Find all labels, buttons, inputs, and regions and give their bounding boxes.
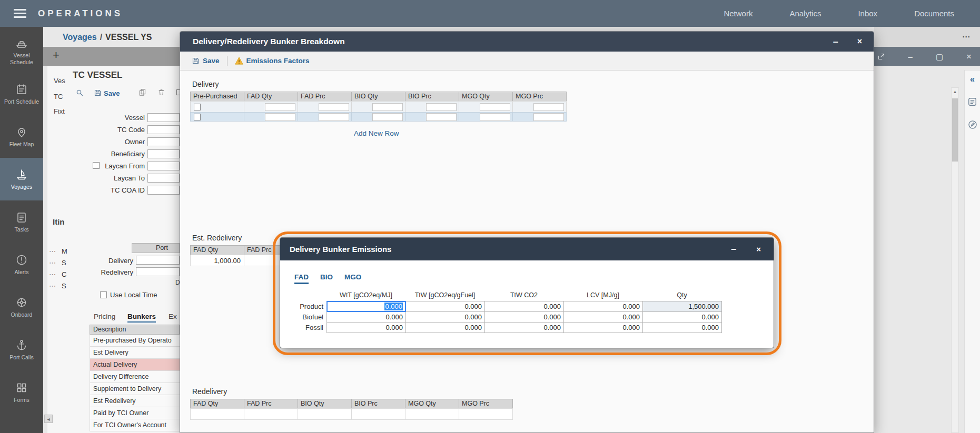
- mgo-prc-input[interactable]: [533, 113, 564, 121]
- column-header[interactable]: BIO Qty: [298, 399, 352, 409]
- row-checkbox[interactable]: [194, 104, 201, 110]
- sidebar-item-partial[interactable]: [0, 421, 43, 433]
- column-header[interactable]: FAD Prc: [244, 399, 298, 409]
- edit-pencil-icon[interactable]: [967, 119, 978, 130]
- lcv-input[interactable]: 0.000: [563, 311, 643, 323]
- itinerary-row[interactable]: ⋯M: [49, 246, 67, 257]
- nav-analytics[interactable]: Analytics: [771, 9, 839, 18]
- grid-row-for-tci-owners-account[interactable]: For TCI Owner's Account: [90, 419, 180, 431]
- sidebar-item-alerts[interactable]: Alerts: [0, 243, 43, 286]
- maximize-icon[interactable]: ▢: [936, 53, 943, 61]
- itinerary-row[interactable]: ⋯C: [49, 269, 66, 280]
- column-header[interactable]: MGO Qty: [405, 399, 459, 409]
- vertical-scrollbar[interactable]: ▲: [951, 87, 959, 433]
- scrollbar-up-arrow[interactable]: ▲: [952, 88, 958, 96]
- redelivery-cell[interactable]: [190, 408, 244, 420]
- ttw-co2-input[interactable]: 0.000: [484, 322, 564, 333]
- emissions-factors-button[interactable]: Emissions Factors: [235, 57, 310, 65]
- row-handle-icon[interactable]: ⋯: [49, 259, 56, 267]
- redelivery-cell[interactable]: [244, 408, 298, 420]
- redelivery-cell[interactable]: [298, 408, 352, 420]
- ttw-fuel-input[interactable]: 0.000: [405, 301, 485, 312]
- grid-row-delivery-difference[interactable]: Delivery Difference: [90, 371, 180, 383]
- itinerary-row[interactable]: ⋯S: [49, 258, 66, 268]
- owner-input[interactable]: [147, 137, 180, 146]
- column-header[interactable]: FAD Qty: [190, 399, 244, 409]
- column-header[interactable]: MGO Prc: [459, 399, 513, 409]
- close-icon[interactable]: ×: [857, 37, 862, 46]
- trash-icon[interactable]: [157, 88, 165, 96]
- mgo-qty-input[interactable]: [480, 103, 510, 111]
- delivery-table-row[interactable]: [190, 101, 567, 113]
- ttw-co2-input[interactable]: 0.000: [484, 301, 564, 312]
- tc-code-input[interactable]: [147, 125, 180, 134]
- tc-coa-id-input[interactable]: [147, 186, 180, 195]
- lcv-input[interactable]: 0.000: [563, 322, 643, 333]
- fad-qty-input[interactable]: [265, 113, 295, 121]
- grid-row-pre-purchased[interactable]: Pre-purchased By Operato: [90, 335, 180, 347]
- grid-row-actual-delivery[interactable]: Actual Delivery: [90, 359, 180, 371]
- sidebar-item-vessel-schedule[interactable]: Vessel Schedule: [0, 30, 43, 73]
- laycan-from-input[interactable]: [147, 162, 180, 170]
- column-header[interactable]: MGO Qty: [459, 92, 513, 102]
- tab-bio[interactable]: BIO: [320, 273, 333, 284]
- lcv-input[interactable]: 0.000: [563, 301, 643, 312]
- scrollbar-thumb[interactable]: [952, 98, 958, 162]
- dialog-titlebar[interactable]: Delivery Bunker Emissions – ×: [280, 238, 774, 260]
- column-header[interactable]: FAD Qty: [244, 92, 298, 102]
- add-tab-button[interactable]: +: [53, 48, 60, 62]
- add-new-row-link[interactable]: Add New Row: [354, 129, 399, 137]
- save-button[interactable]: Save: [192, 57, 220, 65]
- redelivery-port-input[interactable]: [136, 267, 180, 276]
- tab-exposure[interactable]: Ex: [169, 313, 177, 320]
- save-icon[interactable]: [94, 89, 102, 97]
- hamburger-menu-icon[interactable]: [14, 9, 26, 18]
- breadcrumb-voyages-link[interactable]: Voyages: [63, 33, 97, 42]
- tab-fad[interactable]: FAD: [294, 273, 309, 284]
- tab-bunkers[interactable]: Bunkers: [127, 313, 156, 323]
- row-handle-icon[interactable]: ⋯: [49, 282, 56, 290]
- fad-prc-input[interactable]: [319, 113, 349, 121]
- redelivery-cell[interactable]: [405, 408, 459, 420]
- wtt-input[interactable]: 0.000: [326, 322, 406, 333]
- wtt-input-focused[interactable]: 0.000: [326, 301, 406, 312]
- est-redelivery-fad-qty-cell[interactable]: 1,000.00: [190, 255, 244, 266]
- collapse-panel-icon[interactable]: «: [970, 75, 975, 84]
- grid-row-est-redelivery[interactable]: Est Redelivery: [90, 395, 180, 407]
- column-header[interactable]: BIO Qty: [351, 92, 405, 102]
- bio-qty-input[interactable]: [372, 103, 403, 111]
- laycan-to-input[interactable]: [147, 174, 180, 183]
- tab-pricing[interactable]: Pricing: [94, 313, 115, 320]
- minimize-icon[interactable]: –: [731, 244, 736, 255]
- mgo-prc-input[interactable]: [533, 103, 564, 111]
- search-icon[interactable]: [75, 88, 84, 97]
- close-icon[interactable]: ×: [756, 245, 761, 254]
- use-local-time-checkbox[interactable]: [100, 291, 107, 298]
- modal-titlebar[interactable]: Delivery/Redelivery Bunker Breakdown – ×: [180, 32, 874, 52]
- nav-network[interactable]: Network: [705, 9, 771, 18]
- column-header[interactable]: FAD Qty: [190, 245, 244, 255]
- sidebar-item-onboard[interactable]: Onboard: [0, 286, 43, 328]
- vessel-input[interactable]: [147, 113, 180, 122]
- redelivery-row[interactable]: [190, 408, 513, 420]
- beneficiary-input[interactable]: [147, 149, 180, 158]
- more-tool-icon[interactable]: [175, 88, 180, 96]
- minimize-icon[interactable]: –: [908, 53, 913, 61]
- delivery-port-input[interactable]: [136, 256, 180, 265]
- sidebar-item-tasks[interactable]: Tasks: [0, 200, 43, 243]
- popout-icon[interactable]: [877, 53, 885, 61]
- column-header[interactable]: Pre-Purchased: [190, 92, 244, 102]
- row-handle-icon[interactable]: ⋯: [49, 247, 56, 255]
- grid-row-est-delivery[interactable]: Est Delivery: [90, 347, 180, 359]
- details-list-icon[interactable]: [967, 97, 977, 107]
- copy-icon[interactable]: [138, 88, 146, 96]
- row-handle-icon[interactable]: ⋯: [49, 270, 56, 278]
- ttw-fuel-input[interactable]: 0.000: [405, 311, 485, 323]
- qty-input[interactable]: 0.000: [642, 311, 722, 323]
- delivery-table-row-selected[interactable]: [190, 112, 567, 122]
- row-checkbox[interactable]: [194, 114, 201, 120]
- nav-documents[interactable]: Documents: [896, 9, 973, 18]
- bio-prc-input[interactable]: [426, 103, 457, 111]
- column-header[interactable]: BIO Prc: [405, 92, 459, 102]
- column-header[interactable]: BIO Prc: [351, 399, 405, 409]
